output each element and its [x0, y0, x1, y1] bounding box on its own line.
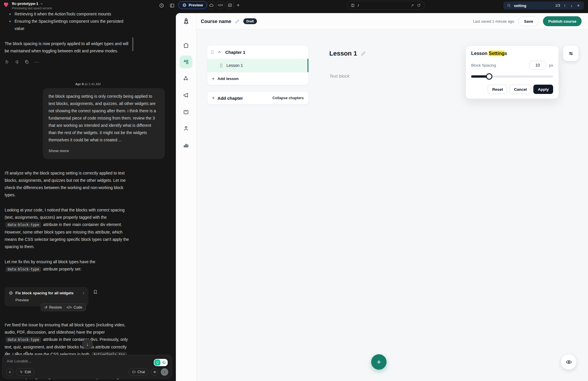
sliders-icon [568, 51, 574, 56]
cloud-icon [209, 3, 214, 8]
edit-mode-button[interactable]: Edit [16, 368, 35, 376]
chevron-up-icon[interactable] [217, 50, 221, 54]
settings-toggle-fab[interactable] [563, 46, 578, 61]
bookmark-icon[interactable] [93, 289, 98, 295]
preview-label: Preview [189, 3, 203, 7]
cloud-button[interactable] [207, 1, 215, 9]
add-tab-button[interactable]: + [234, 1, 242, 9]
rocket-logo-icon [182, 17, 190, 25]
publish-course-button[interactable]: Publish course [543, 16, 582, 26]
bullet-item: Retrieving it when the ActionTools compo… [5, 10, 133, 18]
shapes-icon [183, 59, 189, 65]
drag-handle-icon[interactable] [211, 50, 214, 54]
message-actions: ··· [5, 59, 171, 64]
more-options-icon[interactable]: ··· [34, 59, 40, 64]
nav-store-button[interactable] [180, 105, 192, 118]
chat-mode-button[interactable]: Chat [128, 368, 149, 376]
unit-label: px [549, 63, 553, 67]
shopping-bag-icon [183, 108, 189, 115]
code-view-button[interactable]: </> [217, 1, 224, 9]
app-nav-rail [176, 13, 196, 381]
preview-button[interactable]: Preview [178, 1, 207, 9]
send-button[interactable]: ↑ [161, 368, 168, 376]
settings-title: Lesson Settings [471, 51, 553, 56]
add-block-fab[interactable]: + [371, 354, 387, 370]
project-brand[interactable]: flc-prototype-1 Previewing last saved ve… [3, 1, 52, 10]
lovable-logo-icon [3, 1, 9, 8]
eye-icon [566, 359, 572, 365]
scroll-to-bottom-button[interactable]: ↓ [82, 339, 93, 349]
attach-button[interactable]: + [6, 368, 14, 376]
lesson-heading-row: Lesson 1 [329, 50, 366, 57]
user-message-text: the block spacing setting is only correc… [49, 93, 159, 144]
cancel-button[interactable]: Cancel [510, 85, 531, 94]
chapter-row[interactable]: Chapter 1 [207, 45, 308, 59]
restore-code-toolbar: ↺Restore </>Code [41, 303, 86, 311]
add-lesson-button[interactable]: + Add lesson [207, 72, 308, 85]
restore-button[interactable]: ↺Restore [44, 305, 62, 309]
chat-composer[interactable]: Ask Lovable... G + Edit Chat ↑ [2, 355, 172, 379]
composer-placeholder[interactable]: Ask Lovable... [7, 359, 168, 363]
history-icon[interactable] [159, 3, 165, 8]
chapter-card: Chapter 1 Lesson 1 + Add lesson [207, 45, 309, 85]
slider-thumb[interactable] [486, 73, 492, 80]
apply-button[interactable]: Apply [533, 85, 553, 94]
search-close-button[interactable]: × [576, 3, 580, 8]
search-next-button[interactable]: ↓ [570, 3, 573, 8]
collapse-chapters-button[interactable]: Collapse chapters [272, 96, 304, 100]
save-button[interactable]: Save [519, 16, 539, 26]
show-more-link[interactable]: Show more [49, 147, 159, 154]
nav-content-button[interactable] [180, 56, 192, 68]
url-bar[interactable]: / ↗ [347, 1, 425, 10]
restore-icon: ↺ [44, 305, 47, 309]
fix-edit-card[interactable]: Fix block spacing for all widgets › Prev… [5, 287, 88, 306]
thumbs-down-icon[interactable] [15, 60, 19, 64]
select-cursor-icon [19, 370, 23, 374]
block-spacing-input[interactable] [529, 61, 546, 70]
nav-profile-button[interactable] [180, 122, 192, 135]
nav-community-button[interactable] [180, 72, 192, 85]
edit-card-preview-link[interactable]: Preview [9, 298, 84, 302]
bar-chart-icon [183, 142, 189, 148]
search-prev-button[interactable]: ↑ [563, 3, 567, 8]
assistant-paragraph: Let me fix this by ensuring all block ty… [5, 258, 133, 273]
project-status: Previewing last saved version [12, 6, 52, 10]
drag-handle-icon[interactable] [220, 64, 222, 67]
open-external-icon[interactable]: ↗ [411, 3, 414, 8]
search-input[interactable]: setting [514, 3, 552, 8]
code-icon: </> [218, 3, 223, 7]
globe-icon [9, 291, 13, 295]
line-chart-icon [228, 3, 232, 8]
lesson-title: Lesson 1 [226, 63, 243, 68]
panel-layout-icon[interactable] [169, 3, 175, 8]
add-chapter-card: + Add chapter Collapse chapters [207, 91, 309, 105]
nav-marketing-button[interactable] [180, 89, 192, 102]
copy-icon[interactable] [24, 60, 29, 64]
lesson-row-selected[interactable]: Lesson 1 [207, 59, 308, 72]
analytics-button[interactable] [226, 1, 234, 9]
edit-pencil-icon[interactable] [235, 19, 240, 24]
waveform-icon [153, 370, 156, 374]
thumbs-up-icon[interactable] [5, 60, 9, 64]
assistant-bullet-list: Retrieving it when the ActionTools compo… [5, 10, 133, 32]
view-code-button[interactable]: </>Code [67, 305, 82, 309]
megaphone-icon [183, 92, 189, 98]
block-spacing-label: Block Spacing [471, 63, 529, 67]
find-bar: setting 1/3 ↑ ↓ × [503, 1, 584, 10]
add-chapter-button[interactable]: + Add chapter [212, 95, 243, 101]
nav-analytics-button[interactable] [180, 138, 192, 151]
edit-pencil-icon[interactable] [361, 51, 366, 56]
refresh-icon[interactable] [417, 3, 421, 7]
preview-toggle-fab[interactable] [561, 354, 576, 370]
text-block-placeholder[interactable]: Text block [329, 74, 349, 79]
chat-scrollbar-thumb[interactable] [132, 37, 133, 51]
nav-home-button[interactable] [180, 39, 192, 52]
url-path[interactable]: / [358, 3, 408, 8]
reset-button[interactable]: Reset [488, 85, 507, 94]
block-spacing-slider[interactable] [471, 73, 553, 80]
home-icon [183, 42, 189, 49]
chapter-title: Chapter 1 [225, 50, 245, 55]
lesson-heading: Lesson 1 [329, 50, 357, 57]
voice-input-button[interactable] [151, 368, 158, 376]
grammarly-widget[interactable]: G [154, 359, 168, 366]
